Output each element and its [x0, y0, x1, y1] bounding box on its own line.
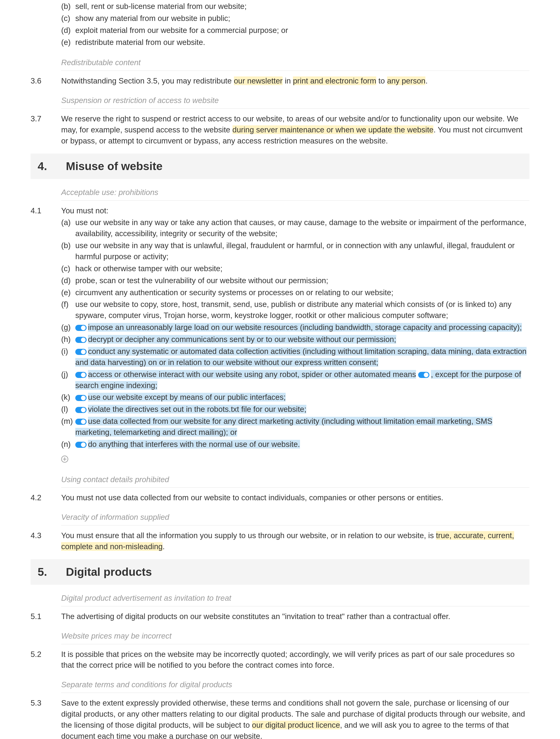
section-heading-5: 5. Digital products	[31, 559, 529, 585]
clause-num: 5.2	[31, 649, 61, 671]
toggle-icon[interactable]	[75, 407, 87, 413]
sub-list: (a)use our website in any way or take an…	[61, 217, 527, 450]
clause-body: You must ensure that all the information…	[61, 530, 527, 552]
clause-4.3: 4.3 You must ensure that all the informa…	[31, 530, 529, 552]
sub-item-l: (l)violate the directives set out in the…	[61, 404, 527, 415]
sub-marker: (h)	[61, 334, 75, 345]
section-num: 4.	[38, 158, 52, 174]
section-num: 5.	[38, 564, 52, 580]
sub-item-a: (a)use our website in any way or take an…	[61, 217, 527, 239]
sub-text: circumvent any authentication or securit…	[75, 287, 527, 298]
sub-text: conduct any systematic or automated data…	[75, 346, 527, 368]
sub-text: redistribute material from our website.	[75, 37, 527, 48]
toggle-icon[interactable]	[75, 372, 87, 378]
toggle-icon[interactable]	[75, 442, 87, 448]
sub-item-d: (d)probe, scan or test the vulnerability…	[61, 275, 527, 286]
toggle-icon[interactable]	[75, 395, 87, 401]
sub-marker: (l)	[61, 404, 75, 415]
sub-text: do anything that interferes with the nor…	[75, 439, 527, 450]
sub-item-i: (i)conduct any systematic or automated d…	[61, 346, 527, 368]
sub-item-c: (c)hack or otherwise tamper with our web…	[61, 263, 527, 274]
sub-item: (d)exploit material from our website for…	[61, 25, 527, 36]
sub-marker: (i)	[61, 346, 75, 357]
clause-5.1: 5.1 The advertising of digital products …	[31, 611, 529, 622]
clause-4.1: 4.1 You must not: (a)use our website in …	[31, 205, 529, 466]
editable-field[interactable]: our newsletter	[234, 77, 283, 85]
sub-text: access or otherwise interact with our we…	[75, 369, 527, 391]
optional-text[interactable]: access or otherwise interact with our we…	[88, 370, 416, 379]
sub-marker: (g)	[61, 322, 75, 333]
sub-text: decrypt or decipher any communications s…	[75, 334, 527, 345]
sub-marker: (b)	[61, 240, 75, 251]
sub-text: sell, rent or sub-license material from …	[75, 1, 527, 12]
sub-marker: (c)	[61, 263, 75, 274]
toggle-icon[interactable]	[75, 325, 87, 331]
clause-body: You must not: (a)use our website in any …	[61, 205, 527, 466]
clause-3.5-tail: (b)sell, rent or sub-license material fr…	[31, 0, 529, 49]
clause-num-empty	[31, 0, 61, 49]
clause-body: Save to the extent expressly provided ot…	[61, 698, 527, 739]
sub-marker: (c)	[61, 13, 75, 24]
optional-text[interactable]: do anything that interferes with the nor…	[88, 440, 300, 449]
sub-item: (c)show any material from our website in…	[61, 13, 527, 24]
annotation-contact-prohibited: Using contact details prohibited	[61, 471, 529, 488]
toggle-icon[interactable]	[75, 349, 87, 355]
sub-text: exploit material from our website for a …	[75, 25, 527, 36]
sub-marker: (a)	[61, 217, 75, 228]
text: .	[425, 77, 428, 85]
editable-field[interactable]: any person	[387, 77, 425, 85]
clause-4.2: 4.2 You must not use data collected from…	[31, 492, 529, 503]
sub-item: (e)redistribute material from our websit…	[61, 37, 527, 48]
sub-marker: (d)	[61, 25, 75, 36]
sub-marker: (e)	[61, 37, 75, 48]
text: Notwithstanding Section 3.5, you may red…	[61, 77, 234, 85]
clause-num: 5.3	[31, 698, 61, 739]
clause-body: (b)sell, rent or sub-license material fr…	[61, 0, 527, 49]
annotation-redistributable: Redistributable content	[61, 54, 529, 71]
clause-5.2: 5.2 It is possible that prices on the we…	[31, 649, 529, 671]
clause-5.3: 5.3 Save to the extent expressly provide…	[31, 698, 529, 739]
sub-text: impose an unreasonably large load on our…	[75, 322, 527, 333]
sub-text: use our website except by means of our p…	[75, 392, 527, 403]
optional-text[interactable]: use data collected from our website for …	[75, 417, 493, 437]
annotation-veracity: Veracity of information supplied	[61, 508, 529, 526]
sub-item-f: (f)use our website to copy, store, host,…	[61, 299, 527, 321]
sub-text: violate the directives set out in the ro…	[75, 404, 527, 415]
editable-field[interactable]: our digital product licence	[252, 721, 340, 729]
sub-item-h: (h)decrypt or decipher any communication…	[61, 334, 527, 345]
optional-text[interactable]: use our website except by means of our p…	[88, 393, 286, 402]
sub-text: show any material from our website in pu…	[75, 13, 527, 24]
annotation-suspension: Suspension or restriction of access to w…	[61, 92, 529, 109]
sub-item-b: (b)use our website in any way that is un…	[61, 240, 527, 262]
sub-text: use our website to copy, store, host, tr…	[75, 299, 527, 321]
toggle-icon[interactable]	[75, 337, 87, 343]
sub-item-m: (m)use data collected from our website f…	[61, 416, 527, 438]
clause-intro: You must not:	[61, 205, 527, 216]
text: .	[163, 542, 165, 551]
annotation-prices: Website prices may be incorrect	[61, 627, 529, 644]
text: in	[283, 77, 293, 85]
annotation-separate-terms: Separate terms and conditions for digita…	[61, 676, 529, 693]
sub-marker: (j)	[61, 369, 75, 380]
sub-item-k: (k)use our website except by means of ou…	[61, 392, 527, 403]
toggle-icon[interactable]	[75, 419, 87, 425]
text: You must ensure that all the information…	[61, 531, 436, 540]
clause-num: 3.6	[31, 76, 61, 87]
section-heading-4: 4. Misuse of website	[31, 154, 529, 179]
sub-text: use our website in any way that is unlaw…	[75, 240, 527, 262]
editable-field[interactable]: during server maintenance or when we upd…	[233, 125, 434, 134]
optional-text[interactable]: ;	[155, 381, 157, 390]
optional-text[interactable]: impose an unreasonably large load on our…	[88, 323, 522, 332]
optional-text[interactable]: violate the directives set out in the ro…	[88, 405, 306, 414]
optional-text[interactable]: decrypt or decipher any communications s…	[88, 335, 396, 344]
sub-marker: (d)	[61, 275, 75, 286]
section-title: Digital products	[66, 564, 152, 580]
toggle-icon[interactable]	[418, 372, 429, 378]
editable-field[interactable]: print and electronic form	[293, 77, 376, 85]
sub-item-n: (n)do anything that interferes with the …	[61, 439, 527, 450]
sub-marker: (m)	[61, 416, 75, 427]
annotation-acceptable-use: Acceptable use: prohibitions	[61, 184, 529, 201]
optional-text[interactable]: conduct any systematic or automated data…	[75, 347, 527, 367]
add-item-icon[interactable]	[61, 455, 68, 462]
clause-body: It is possible that prices on the websit…	[61, 649, 527, 671]
